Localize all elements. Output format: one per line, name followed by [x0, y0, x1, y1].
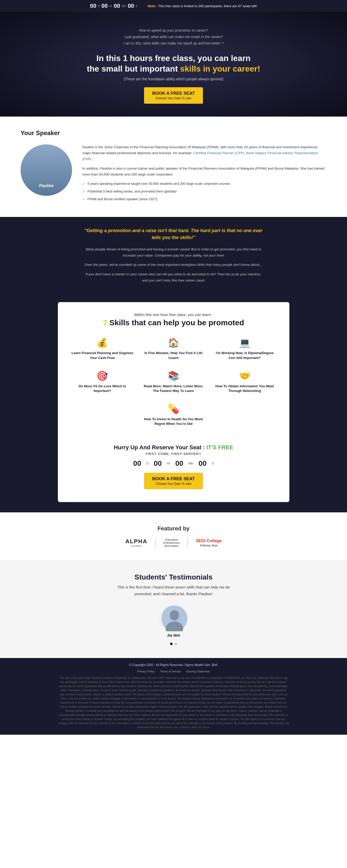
checklist-item: ✓ FPAM and Bursa certified speaker (sinc…: [82, 196, 326, 203]
check-icon: ✓: [82, 181, 85, 187]
footer-copyright: © Copyright 2020 - All Rights Reserved, …: [10, 663, 337, 667]
alpha-academy-logo: ALPHAACADEMY: [125, 538, 156, 547]
hurry-hours-value: 00: [154, 459, 162, 468]
testimonial-name: Jia Wei: [21, 633, 326, 638]
hours-label: Hr: [109, 4, 113, 7]
skill-icon: 🎯: [96, 371, 108, 381]
hurry-title: Hurry Up And Reserve Your Seat : IT'S FR…: [73, 444, 274, 451]
hurry-timer: 00 D 00 Hr 00 Min 00 S: [73, 459, 274, 468]
skills-section: Within this one hour free class, you can…: [0, 297, 347, 513]
hurry-seconds-value: 00: [198, 459, 207, 468]
testimonial-quote: This is the first time I heard these sev…: [109, 584, 238, 597]
hurry-days-label: D: [146, 462, 149, 465]
dot-1[interactable]: [170, 643, 172, 645]
testimonial-avatar: [161, 605, 187, 630]
skill-icon: 💊: [168, 404, 179, 414]
hero-questions: How to speed up your promotion in career…: [123, 27, 224, 47]
skills-subtitle: Within this one hour free class, you can…: [68, 312, 279, 317]
segi-college-logo: SEGI College Subang Jaya: [196, 538, 221, 547]
hero-title: In this 1 hours free class, you can lear…: [87, 53, 260, 74]
minutes-label: Min: [122, 4, 126, 7]
quote-text: "Getting a promotion and a raise isn't t…: [84, 227, 264, 241]
notice-text: Note : This free class is limited to 200…: [148, 4, 257, 8]
checklist-item: ✓ Published 5 best-selling books, and pr…: [82, 189, 326, 195]
quote-section: "Getting a promotion and a raise isn't t…: [0, 217, 347, 297]
check-icon: ✓: [82, 196, 85, 203]
checklist-item: ✓ 5 years speaking experience taught ove…: [82, 181, 326, 187]
footer-disclaimer: This site is not a part of the Facebook …: [58, 676, 289, 730]
skill-item: 💊 How To Invest In Health So You Wont Re…: [139, 401, 208, 429]
hurry-minutes-label: Min: [189, 462, 193, 465]
alpha-sub: ACADEMY: [125, 545, 148, 547]
seconds-label: S: [135, 4, 137, 7]
skill-item: 🤝 How To Obtain Information You Want Thr…: [211, 368, 279, 396]
hurry-minutes-value: 00: [175, 459, 183, 468]
hurry-hours-label: Hr: [167, 462, 170, 465]
minutes-value: 00: [114, 3, 120, 9]
footer-links: Privacy Policy Terms of Service Earning …: [10, 670, 337, 673]
hurry-section: Hurry Up And Reserve Your Seat : IT'S FR…: [68, 436, 279, 492]
featured-logos: ALPHAACADEMY EducationEntrepreneurAssoci…: [21, 538, 326, 547]
skill-label: Do More VS Do Less Which Is Important?: [71, 384, 134, 393]
hurry-seconds-label: S: [212, 462, 214, 465]
hurry-cta-button[interactable]: BOOK A FREE SEAT Choose Your Date To Joi…: [144, 473, 203, 489]
svg-point-2: [170, 610, 179, 620]
top-bar: 00 D 00 Hr 00 Min 00 S Note : This free …: [0, 0, 347, 12]
edu-association-logo: EducationEntrepreneurAssociation: [163, 538, 188, 547]
hero-cta-button[interactable]: BOOK A FREE SEAT Choose Your Date To Joi…: [144, 87, 203, 104]
testimonials-title: Students' Testimonials: [21, 573, 326, 581]
speaker-name-overlay: Pauline: [21, 184, 72, 188]
speaker-bio: Pauline is the Johor Chairman of the Fin…: [82, 144, 326, 204]
featured-title: Featured by: [21, 525, 326, 532]
skill-label: Learn Financial Planning and Organize Yo…: [71, 351, 134, 360]
skill-item: 💻 I'm Working Now, Is Diploma/Degree Cer…: [211, 335, 279, 363]
privacy-policy-link[interactable]: Privacy Policy: [137, 670, 155, 673]
skill-item: 💰 Learn Financial Planning and Organize …: [68, 335, 137, 363]
speaker-section: Your Speaker Pauline Pauline is the Joho…: [0, 117, 347, 217]
testimonial-dots: [21, 643, 326, 645]
skills-box: Within this one hour free class, you can…: [58, 302, 289, 502]
skills-grid: 💰 Learn Financial Planning and Organize …: [68, 335, 279, 429]
quote-body: Many people dream of being promoted and …: [84, 246, 264, 284]
hero-section: How to speed up your promotion in career…: [0, 12, 347, 117]
skill-label: In Five Minutes, Help You Find A Life Co…: [142, 351, 205, 360]
check-icon: ✓: [82, 189, 85, 195]
speaker-content: Pauline Pauline is the Johor Chairman of…: [21, 144, 326, 204]
hours-value: 00: [101, 3, 107, 9]
hurry-subtitle: FIRST COME, FIRST SERVED!!: [73, 452, 274, 456]
skill-icon: 📚: [168, 371, 179, 381]
skill-item: 🎯 Do More VS Do Less Which Is Important?: [68, 368, 137, 396]
skill-label: How To Obtain Information You Want Throu…: [213, 384, 277, 393]
days-value: 00: [90, 3, 96, 9]
skill-icon: 💰: [96, 337, 108, 348]
hero-subtitle: (These are the foundation ability which …: [124, 77, 224, 81]
skill-label: Read More, Watch More, Listen More; The …: [142, 384, 205, 393]
skill-icon: 🏠: [168, 337, 179, 348]
skill-icon: 💻: [239, 337, 251, 348]
skill-label: I'm Working Now, Is Diploma/Degree Cert …: [213, 351, 277, 360]
footer: © Copyright 2020 - All Rights Reserved, …: [0, 658, 347, 735]
earning-statement-link[interactable]: Earning Statement: [186, 670, 210, 673]
skill-label: How To Invest In Health So You Wont Regr…: [142, 417, 205, 426]
skill-icon: 🤝: [239, 371, 251, 381]
countdown-timer: 00 D 00 Hr 00 Min 00 S: [90, 3, 137, 9]
speaker-section-title: Your Speaker: [21, 129, 326, 137]
skill-item: 🏠 In Five Minutes, Help You Find A Life …: [139, 335, 208, 363]
seconds-value: 00: [128, 3, 134, 9]
featured-section: Featured by ALPHAACADEMY EducationEntrep…: [0, 513, 347, 560]
skill-item: 📚 Read More, Watch More, Listen More; Th…: [139, 368, 208, 396]
testimonials-section: Students' Testimonials This is the first…: [0, 560, 347, 658]
terms-link[interactable]: Terms of Service: [160, 670, 181, 673]
skills-title: 7 Skills that can help you be promoted: [68, 318, 279, 327]
speaker-photo: Pauline: [21, 144, 72, 196]
dot-2[interactable]: [175, 643, 177, 645]
cfp-link[interactable]: Certified Financial Planner (CFP): [193, 151, 244, 155]
days-label: D: [98, 4, 100, 7]
hurry-days-value: 00: [133, 459, 141, 468]
speaker-checklist: ✓ 5 years speaking experience taught ove…: [82, 181, 326, 202]
